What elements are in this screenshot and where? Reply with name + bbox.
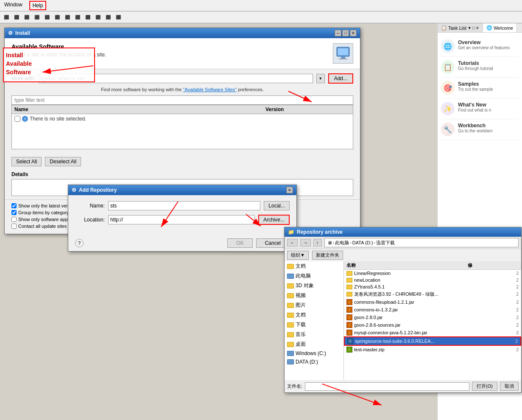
- sidebar-item-pictures[interactable]: 图片: [285, 300, 343, 310]
- task-list-icon: 📋: [441, 25, 447, 31]
- welcome-item-tutorials[interactable]: 📋 Tutorials Go through tutorial: [441, 57, 519, 78]
- close-button[interactable]: ✕: [350, 30, 357, 36]
- help-icon[interactable]: ?: [75, 239, 84, 247]
- jar-icon: J: [346, 314, 352, 320]
- file-zytrans[interactable]: ZYtrans5.4.5.1 2: [344, 283, 521, 290]
- welcome-item-workbench[interactable]: 🔧 Workbench Go to the workben: [441, 119, 519, 140]
- file-gson-sources[interactable]: J gson-2.8.6-sources.jar 2: [344, 321, 521, 329]
- file-test-master[interactable]: Z test-master.zip 2: [344, 346, 521, 353]
- select-all-button[interactable]: Select All: [11, 157, 42, 166]
- computer-icon: [333, 43, 353, 64]
- folder-blue-icon: [287, 274, 294, 279]
- location-input[interactable]: [108, 215, 255, 224]
- add-repo-footer: ? OK Cancel: [68, 235, 296, 251]
- toolbar-btn-12[interactable]: ⬛: [114, 13, 123, 22]
- no-site-checkbox[interactable]: [14, 116, 20, 122]
- toolbar-btn-11[interactable]: ⬛: [103, 13, 113, 22]
- welcome-item-overview[interactable]: 🌐 Overview Get an overview of features: [441, 36, 519, 57]
- organize-button[interactable]: 组织▼: [287, 251, 309, 260]
- sidebar-item-documents[interactable]: 文档: [285, 261, 343, 271]
- deselect-all-button[interactable]: Deselect All: [45, 157, 81, 166]
- toolbar-btn-3[interactable]: ⬛: [22, 13, 31, 22]
- svg-rect-2: [341, 56, 345, 59]
- sidebar-item-music[interactable]: 音乐: [285, 330, 343, 339]
- welcome-item-samples[interactable]: 🎯 Samples Try out the sample: [441, 78, 519, 98]
- repo-archive-dialog: 📁 Repository archive ← → ↑ 🖥 › 此电脑 › DAT…: [284, 227, 522, 393]
- option-group-category[interactable]: Group items by category: [11, 210, 69, 215]
- work-with-input[interactable]: [39, 74, 313, 83]
- sidebar-item-docs2[interactable]: 文档: [285, 310, 343, 320]
- software-sites-link[interactable]: "Available Software Sites": [183, 87, 237, 92]
- dialog-buttons-row: Select All Deselect All: [5, 154, 360, 170]
- jar-icon: J: [346, 307, 352, 313]
- archive-button[interactable]: Archive...: [258, 215, 290, 225]
- archive-sidebar: 文档 此电脑 3D 对象 视频 图片: [285, 261, 344, 380]
- sidebar-item-thispc[interactable]: 此电脑: [285, 271, 343, 281]
- available-software-subtitle: Select a site or enter the location of a…: [11, 52, 106, 58]
- archive-filename-row: 文件名: 打开(O) 取消: [285, 380, 521, 392]
- toolbar-btn-1[interactable]: ⬛: [2, 13, 11, 22]
- open-button[interactable]: 打开(O): [472, 382, 497, 391]
- file-newlocation[interactable]: newLocation 2: [344, 277, 521, 283]
- toolbar: ⬛ ⬛ ⬛ ⬛ ⬛ ⬛ ⬛ ⬛ ⬛ ⬛ ⬛ ⬛: [0, 11, 522, 23]
- work-with-row: Work with: ▼ Add...: [11, 73, 353, 84]
- empty-space: [12, 123, 353, 149]
- filter-input[interactable]: [11, 95, 353, 105]
- option-contact-checkbox[interactable]: [11, 224, 17, 229]
- file-commons-io[interactable]: J commons-io-1.3.2.jar 2: [344, 306, 521, 314]
- sidebar-item-3d[interactable]: 3D 对象: [285, 281, 343, 291]
- option-applicable-checkbox[interactable]: [11, 217, 17, 222]
- toolbar-btn-7[interactable]: ⬛: [63, 13, 72, 22]
- maximize-button[interactable]: □: [342, 30, 349, 36]
- toolbar-btn-2[interactable]: ⬛: [12, 13, 21, 22]
- file-mysql[interactable]: J mysql-connector-java-5.1.22-bin.jar 2: [344, 329, 521, 336]
- add-repo-close-button[interactable]: ✕: [286, 187, 293, 193]
- path-icon: 🖥: [327, 240, 332, 245]
- option-group-checkbox[interactable]: [11, 210, 17, 215]
- file-longjuan[interactable]: 龙卷风浏览器3.92 - CHROME49 - 绿版... 2: [344, 290, 521, 298]
- up-button[interactable]: ↑: [313, 239, 322, 246]
- folder-icon: [346, 285, 352, 289]
- filename-input[interactable]: [305, 382, 469, 391]
- sidebar-item-data[interactable]: DATA (D:): [285, 358, 343, 366]
- install-dialog-title: Install: [15, 30, 30, 36]
- tab-welcome[interactable]: 🌐 Welcome: [483, 23, 517, 32]
- welcome-item-whats-new[interactable]: ✨ What's New Find out what is n: [441, 98, 519, 119]
- sidebar-item-videos[interactable]: 视频: [285, 291, 343, 300]
- menu-help[interactable]: Help: [29, 1, 47, 10]
- sidebar-item-windows[interactable]: Windows (C:): [285, 349, 343, 358]
- option-latest-checkbox[interactable]: [11, 203, 17, 208]
- toolbar-btn-8[interactable]: ⬛: [73, 13, 82, 22]
- zip-icon: Z: [346, 347, 352, 353]
- add-button[interactable]: Add...: [328, 73, 353, 84]
- titlebar-controls: ─ □ ✕: [335, 30, 357, 36]
- file-commons-fileupload[interactable]: J commons-fileupload-1.2.1.jar 2: [344, 298, 521, 306]
- sidebar-item-desktop[interactable]: 桌面: [285, 339, 343, 349]
- folder-icon: [287, 322, 294, 328]
- toolbar-btn-9[interactable]: ⬛: [83, 13, 92, 22]
- ok-button[interactable]: OK: [227, 238, 252, 248]
- name-input[interactable]: [108, 201, 260, 210]
- minimize-button[interactable]: ─: [335, 30, 341, 36]
- jar-icon: J: [346, 299, 352, 305]
- work-with-dropdown[interactable]: ▼: [316, 74, 325, 83]
- archive-cancel-button[interactable]: 取消: [500, 382, 519, 391]
- toolbar-btn-10[interactable]: ⬛: [93, 13, 103, 22]
- jar-icon: J: [346, 322, 352, 328]
- file-gson[interactable]: J gson-2.8.0.jar 2: [344, 314, 521, 321]
- tab-tasklist[interactable]: 📋 Task List ▼ □ ✕: [438, 23, 483, 32]
- local-button[interactable]: Local...: [264, 201, 290, 210]
- toolbar-btn-5[interactable]: ⬛: [42, 13, 52, 22]
- menu-window[interactable]: Window: [2, 1, 25, 10]
- whats-new-text: What's New Find out what is n: [458, 102, 491, 115]
- new-folder-button[interactable]: 新建文件夹: [312, 251, 343, 260]
- overview-icon: 🌐: [441, 39, 455, 53]
- toolbar-btn-6[interactable]: ⬛: [53, 13, 62, 22]
- forward-button[interactable]: →: [300, 239, 311, 246]
- toolbar-btn-4[interactable]: ⬛: [32, 13, 42, 22]
- main-container: ⚙ Install ─ □ ✕ Available Software Selec…: [0, 23, 522, 420]
- back-button[interactable]: ←: [287, 239, 298, 246]
- file-springsource[interactable]: S springsource-tool-suite-3.6.0.RELEA...…: [344, 336, 521, 346]
- file-linear-regression[interactable]: LinearRegression 2: [344, 270, 521, 277]
- sidebar-item-downloads[interactable]: 下载: [285, 320, 343, 330]
